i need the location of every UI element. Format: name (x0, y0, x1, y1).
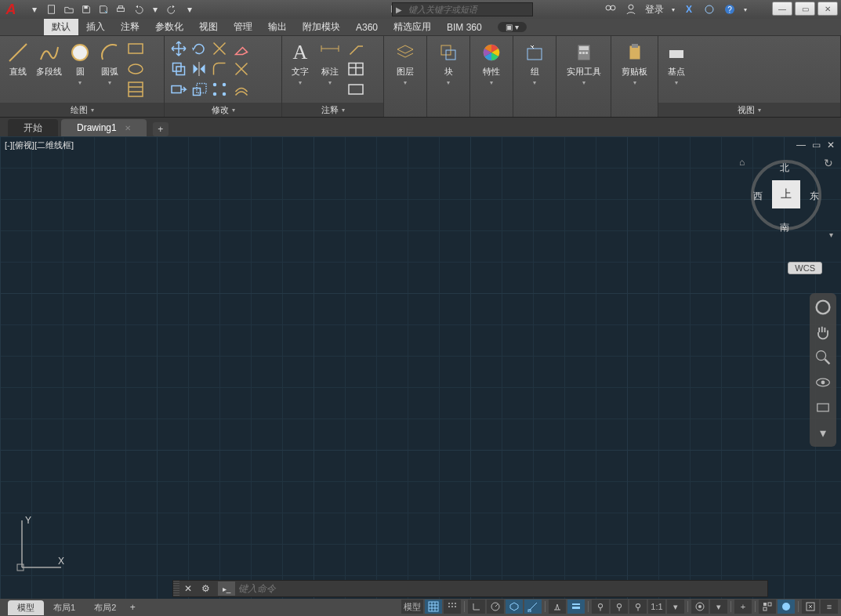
scale-icon[interactable] (190, 80, 208, 99)
stretch-icon[interactable] (169, 80, 188, 99)
status-osnap-icon[interactable] (524, 600, 542, 614)
layouttab-layout1[interactable]: 布局1 (44, 600, 85, 615)
block-button[interactable]: 块▾ (435, 39, 462, 88)
tab-bim360[interactable]: BIM 360 (439, 19, 490, 35)
close-button[interactable]: ✕ (817, 2, 838, 16)
wcs-badge[interactable]: WCS (788, 262, 822, 274)
filetab-drawing1[interactable]: Drawing1✕ (61, 119, 147, 136)
new-icon[interactable] (44, 2, 60, 16)
status-isodraft-icon[interactable] (506, 600, 523, 614)
new-tab-button[interactable]: + (153, 122, 169, 136)
layouttab-add-button[interactable]: + (125, 601, 140, 614)
mirror-icon[interactable] (190, 60, 208, 78)
ellipse-icon[interactable] (126, 60, 145, 78)
move-icon[interactable] (169, 39, 188, 58)
offset-icon[interactable] (232, 80, 251, 99)
status-workspace-dropdown-icon[interactable]: ▾ (710, 600, 727, 614)
line-button[interactable]: 直线 (5, 39, 31, 79)
open-icon[interactable] (61, 2, 77, 16)
nav-fullnav-icon[interactable] (814, 298, 832, 317)
minimize-button[interactable]: — (772, 2, 792, 16)
viewport-close-icon[interactable]: ✕ (827, 140, 835, 150)
polyline-button[interactable]: 多段线 (34, 39, 63, 79)
status-scale-dropdown-icon[interactable]: ▾ (667, 600, 684, 614)
cmdline-prompt-icon[interactable]: ▸_ (218, 582, 235, 596)
tab-insert[interactable]: 插入 (78, 19, 113, 35)
status-polar-icon[interactable] (487, 600, 504, 614)
redo-dropdown-icon[interactable]: ▾ (182, 2, 198, 16)
maximize-button[interactable]: ▭ (795, 2, 815, 16)
ucs-icon[interactable]: Y X (14, 513, 69, 578)
status-snap-icon[interactable] (444, 600, 461, 614)
undo-icon[interactable] (130, 2, 146, 16)
search-box[interactable]: ▶ (392, 2, 533, 16)
viewcube-north[interactable]: 北 (780, 161, 789, 175)
tab-annotate[interactable]: 注释 (113, 19, 147, 35)
status-annotation-icon[interactable] (549, 600, 566, 614)
status-annomonitor-icon[interactable]: + (734, 600, 752, 614)
status-annoscale-icon[interactable]: ⚲ (592, 600, 609, 614)
annotation-more-icon[interactable] (346, 80, 365, 99)
status-isolate-icon[interactable] (759, 600, 776, 614)
status-grid-icon[interactable] (425, 600, 442, 614)
dimension-button[interactable]: 标注▾ (317, 39, 343, 88)
status-model-label[interactable]: 模型 (401, 600, 423, 614)
qat-menu-icon[interactable]: ▾ (27, 2, 42, 16)
filetab-start[interactable]: 开始 (8, 119, 58, 136)
nav-expand-icon[interactable]: ▾ (814, 423, 832, 442)
status-hardware-icon[interactable] (778, 600, 795, 614)
layouttab-layout2[interactable]: 布局2 (85, 600, 125, 615)
clipboard-button[interactable]: 剪贴板▾ (620, 39, 649, 88)
signin-label[interactable]: 登录 (645, 3, 664, 16)
array-icon[interactable] (210, 80, 229, 99)
viewcube-menu-icon[interactable]: ▾ (829, 230, 833, 239)
viewport-label[interactable]: [-][俯视][二维线框] (5, 140, 74, 151)
nav-pan-icon[interactable] (814, 323, 832, 342)
signin-dropdown-icon[interactable]: ▾ (672, 6, 675, 13)
tab-a360[interactable]: A360 (348, 19, 386, 35)
panel-view-title[interactable]: 视图 (658, 103, 840, 117)
help-dropdown-icon[interactable]: ▾ (744, 6, 747, 13)
trim-icon[interactable] (210, 39, 229, 58)
status-annoauto-icon[interactable]: ⚲ (629, 600, 647, 614)
tab-output[interactable]: 输出 (260, 19, 295, 35)
leader-icon[interactable] (346, 39, 365, 58)
layers-button[interactable]: 图层▾ (392, 39, 419, 88)
tab-manage[interactable]: 管理 (226, 19, 260, 35)
viewport-minimize-icon[interactable]: — (796, 140, 806, 150)
saveas-icon[interactable] (96, 2, 111, 16)
panel-modify-title[interactable]: 修改 (165, 103, 281, 117)
infocenter-icon[interactable] (604, 3, 617, 16)
tab-default[interactable]: 默认 (44, 19, 78, 35)
erase-icon[interactable] (232, 39, 251, 58)
cmdline-drag-handle[interactable] (173, 581, 179, 596)
viewcube-top-face[interactable]: 上 (772, 180, 800, 208)
status-ortho-icon[interactable] (468, 600, 485, 614)
viewport-maximize-icon[interactable]: ▭ (812, 140, 821, 150)
viewcube-home-icon[interactable]: ⌂ (739, 157, 745, 168)
status-annovis-icon[interactable]: ⚲ (611, 600, 628, 614)
viewcube-south[interactable]: 南 (780, 221, 789, 234)
redo-icon[interactable] (165, 2, 180, 16)
cmdline-close-icon[interactable]: ✕ (179, 583, 197, 594)
nav-zoom-icon[interactable] (814, 348, 832, 367)
cmdline-customize-icon[interactable]: ⚙ (197, 583, 215, 594)
undo-dropdown-icon[interactable]: ▾ (147, 2, 163, 16)
tab-parametric[interactable]: 参数化 (147, 19, 191, 35)
status-customize-icon[interactable]: ≡ (821, 600, 838, 614)
panel-draw-title[interactable]: 绘图 (0, 103, 164, 117)
viewcube-west[interactable]: 西 (753, 190, 763, 203)
status-cleanscreen-icon[interactable] (802, 600, 819, 614)
print-icon[interactable] (113, 2, 129, 16)
rectangle-icon[interactable] (126, 39, 145, 58)
base-button[interactable]: 基点▾ (663, 39, 690, 88)
tab-featured[interactable]: 精选应用 (386, 19, 439, 35)
drawing-canvas[interactable]: [-][俯视][二维线框] — ▭ ✕ ⌂ ↻ 上 北 南 西 东 ▾ WCS … (0, 136, 841, 599)
properties-button[interactable]: 特性▾ (478, 39, 505, 88)
nav-orbit-icon[interactable] (814, 373, 832, 392)
status-scale-label[interactable]: 1:1 (648, 600, 665, 614)
app-logo[interactable]: A (0, 0, 22, 19)
explode-icon[interactable] (232, 60, 251, 78)
save-icon[interactable] (78, 2, 94, 16)
search-input[interactable] (405, 5, 532, 14)
